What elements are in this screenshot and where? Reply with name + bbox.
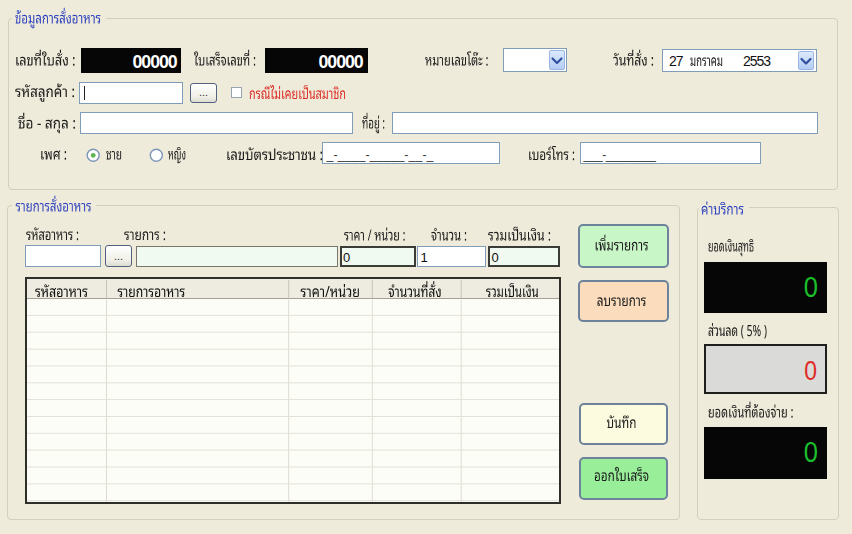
svg-text:___-________: ___-________ [583,148,657,162]
svg-text:0: 0 [492,250,499,265]
svg-text:27: 27 [669,53,684,69]
svg-text:0: 0 [343,250,350,265]
svg-text:0: 0 [804,271,818,304]
svg-text:0: 0 [804,356,817,386]
svg-text:2553: 2553 [743,53,771,69]
svg-text:0: 0 [804,435,818,468]
svg-text:1: 1 [421,250,428,265]
svg-text:00000: 00000 [133,52,178,72]
svg-text:00000: 00000 [319,52,364,72]
svg-text:_-____-_____-__-_: _-____-_____-__-_ [326,148,435,162]
svg-text:...: ... [199,86,208,98]
svg-text:...: ... [114,250,123,262]
